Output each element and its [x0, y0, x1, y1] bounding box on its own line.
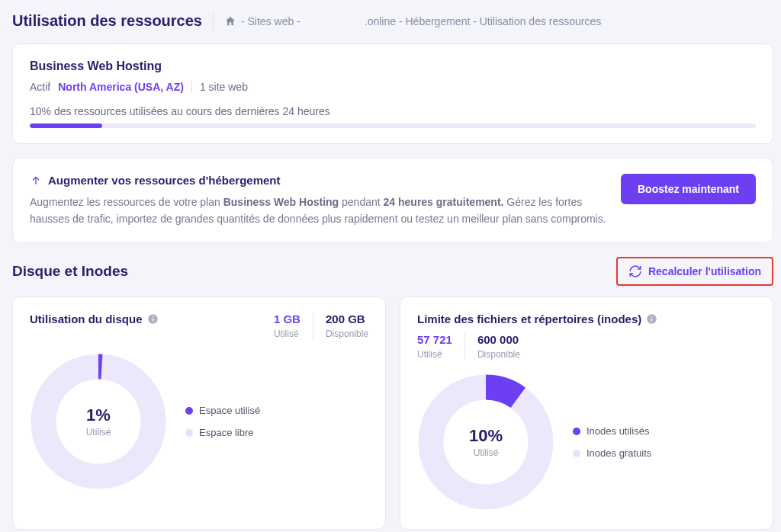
disk-avail-label: Disponible: [326, 328, 368, 339]
page-header: Utilisation des ressources - Sites web -…: [12, 12, 773, 30]
upsell-title: Augmenter vos ressources d'hébergement: [48, 174, 281, 187]
disk-used-value: 1 GB: [274, 312, 301, 325]
disk-legend: Espace utilisé Espace libre: [185, 405, 260, 438]
plan-card: Business Web Hosting Actif North America…: [12, 43, 773, 144]
legend-dot-free-icon: [573, 450, 580, 457]
inodes-percent-label: Utilisé: [474, 447, 499, 458]
svg-rect-7: [651, 316, 652, 317]
refresh-icon: [628, 264, 642, 278]
inodes-used-label: Utilisé: [417, 349, 452, 360]
disk-percent-label: Utilisé: [86, 427, 111, 437]
stat-sep: [464, 333, 465, 360]
stat-sep: [313, 312, 313, 339]
boost-button[interactable]: Boostez maintenant: [621, 174, 756, 204]
legend-dot-free-icon: [185, 429, 193, 437]
usage-progress: [30, 123, 756, 128]
plan-sep: [191, 81, 192, 93]
info-icon[interactable]: [646, 313, 657, 325]
plan-region[interactable]: North America (USA, AZ): [58, 81, 184, 93]
recalculate-button[interactable]: Recalculer l'utilisation: [616, 257, 773, 286]
recalculate-label: Recalculer l'utilisation: [648, 265, 761, 277]
usage-text: 10% des ressources utilisées au cours de…: [30, 105, 756, 117]
upsell-description: Augmentez les ressources de votre plan B…: [30, 194, 607, 227]
svg-rect-2: [152, 316, 153, 317]
legend-item: Inodes utilisés: [573, 425, 651, 437]
disk-card: Utilisation du disque 1 GB Utilisé 200 G…: [12, 296, 386, 530]
legend-item: Espace libre: [185, 427, 260, 438]
plan-status: Actif: [30, 81, 50, 93]
svg-rect-1: [152, 319, 153, 322]
inodes-used-value: 57 721: [417, 333, 452, 346]
plan-sites: 1 site web: [200, 81, 248, 93]
inodes-avail-label: Disponible: [477, 349, 520, 360]
inodes-legend: Inodes utilisés Inodes gratuits: [573, 425, 651, 459]
arrow-up-icon: [30, 175, 42, 187]
breadcrumb-seg2: .online - Hébergement - Utilisation des …: [365, 15, 601, 27]
breadcrumb[interactable]: - Sites web - .online - Hébergement - Ut…: [224, 15, 601, 27]
section-header: Disque et Inodes Recalculer l'utilisatio…: [12, 257, 773, 286]
upsell-card: Augmenter vos ressources d'hébergement A…: [12, 158, 773, 243]
inodes-donut-chart: 10% Utilisé: [417, 373, 554, 511]
inodes-card: Limite des fichiers et répertoires (inod…: [400, 296, 773, 530]
breadcrumb-seg1: - Sites web -: [241, 15, 301, 27]
section-title: Disque et Inodes: [12, 263, 128, 280]
header-divider: [213, 13, 214, 30]
inodes-avail-value: 600 000: [477, 333, 520, 346]
home-icon: [224, 15, 236, 27]
disk-donut-chart: 1% Utilisé: [30, 353, 167, 490]
breadcrumb-masked: [305, 17, 360, 26]
inodes-percent: 10%: [469, 426, 503, 446]
plan-name: Business Web Hosting: [30, 59, 756, 73]
usage-progress-fill: [30, 123, 102, 128]
page-title: Utilisation des ressources: [12, 12, 202, 30]
legend-item: Inodes gratuits: [573, 447, 651, 459]
plan-meta: Actif North America (USA, AZ) 1 site web: [30, 81, 756, 93]
info-icon[interactable]: [147, 313, 159, 325]
disk-avail-value: 200 GB: [326, 312, 368, 325]
legend-dot-used-icon: [573, 428, 580, 435]
legend-item: Espace utilisé: [185, 405, 260, 416]
disk-used-label: Utilisé: [274, 328, 301, 339]
disk-inodes-row: Utilisation du disque 1 GB Utilisé 200 G…: [12, 296, 773, 530]
legend-dot-used-icon: [185, 407, 193, 415]
disk-percent: 1%: [86, 405, 111, 425]
disk-stats: 1 GB Utilisé 200 GB Disponible: [274, 312, 368, 339]
svg-rect-6: [651, 319, 652, 322]
inodes-stats: 57 721 Utilisé 600 000 Disponible: [417, 333, 756, 360]
disk-title: Utilisation du disque: [30, 312, 143, 325]
inodes-title: Limite des fichiers et répertoires (inod…: [417, 312, 641, 325]
